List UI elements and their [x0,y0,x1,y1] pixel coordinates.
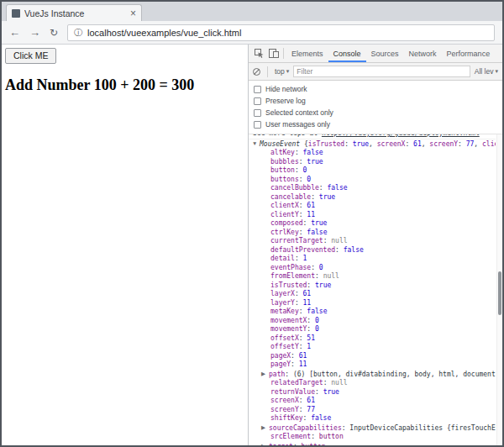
tab-favicon-icon [12,9,20,18]
address-bar[interactable]: ⓘ localhost/vueexamples/vue_click.html [67,24,495,41]
collapse-arrow-icon[interactable]: ▼ [252,139,260,149]
checkbox-icon[interactable] [254,109,261,117]
context-label: top [275,67,285,76]
devtools-tab-elements[interactable]: Elements [286,45,328,62]
result-text: Add Number 100 + 200 = 300 [5,76,244,94]
log-level-selector[interactable]: All lev ▾ [475,67,498,76]
console-log: See more tips at https://vuejs.org/guide… [249,134,502,445]
devtools-tab-console[interactable]: Console [328,45,366,62]
event-class-name: MouseEvent [260,140,300,148]
expand-arrow-icon[interactable]: ▶ [261,442,269,446]
console-property-relatedTarget: relatedTarget: null [249,379,496,388]
console-property-composed: composed: true [249,219,496,229]
console-property-buttons: buttons: 0 [249,176,496,185]
device-toolbar-icon[interactable] [266,49,281,59]
console-property-screenX: screenX: 61 [249,397,496,406]
back-icon[interactable]: ← [9,27,20,38]
console-scrollbar[interactable] [496,134,502,445]
devtools-tab-memory[interactable]: Memory [495,45,499,62]
console-option[interactable]: User messages only [249,118,502,130]
console-property-sourceCapabilities[interactable]: ▶sourceCapabilities: InputDeviceCapabili… [249,423,496,434]
console-property-offsetX: offsetX: 51 [249,334,496,344]
deployment-tips-link[interactable]: https://vuejs.org/guide/deployment.html [322,134,480,137]
window-content: Click ME Add Number 100 + 200 = 300 Elem… [2,45,502,445]
click-me-button[interactable]: Click ME [5,48,56,64]
console-property-path[interactable]: ▶path: (6) [button, div#databinding, bod… [249,370,496,380]
console-property-layerX: layerX: 61 [249,290,496,299]
browser-toolbar: ← → ↻ ⓘ localhost/vueexamples/vue_click.… [2,21,502,45]
console-property-target[interactable]: ▶target: button [249,442,496,446]
browser-window: VueJs Instance × ← → ↻ ⓘ localhost/vueex… [0,0,504,447]
clear-console-icon[interactable] [253,68,260,76]
console-toolbar: top ▾ All lev ▾ [249,63,502,81]
tab-close-icon[interactable]: × [130,8,136,18]
tab-strip: VueJs Instance × [2,2,502,21]
page-info-icon[interactable]: ⓘ [74,27,82,39]
console-property-cancelBubble: cancelBubble: false [249,184,496,193]
console-property-layerY: layerY: 11 [249,299,496,308]
devtools-tab-performance[interactable]: Performance [442,45,496,62]
page-content: Click ME Add Number 100 + 200 = 300 [2,45,249,445]
console-property-fromElement: fromElement: null [249,272,496,281]
devtools-tab-sources[interactable]: Sources [366,45,404,62]
forward-icon[interactable]: → [29,27,40,38]
expand-arrow-icon[interactable]: ▶ [261,423,269,433]
inspect-element-icon[interactable] [252,49,266,59]
execution-context-selector[interactable]: top ▾ [275,67,289,76]
console-property-shiftKey: shiftKey: false [249,414,496,423]
console-option[interactable]: Preserve log [249,95,502,107]
console-property-defaultPrevented: defaultPrevented: false [249,246,496,255]
url-text: localhost/vueexamples/vue_click.html [87,28,241,38]
console-option-label: Hide network [265,85,307,93]
log-level-label: All lev [475,67,494,76]
scrollbar-thumb[interactable] [498,271,501,315]
console-property-detail: detail: 1 [249,255,496,264]
chevron-down-icon: ▾ [286,68,290,75]
divider [267,66,268,77]
console-property-srcElement: srcElement: button [249,433,496,442]
console-property-movementY: movementY: 0 [249,325,496,334]
console-property-eventPhase: eventPhase: 0 [249,264,496,273]
console-property-currentTarget: currentTarget: null [249,237,496,246]
devtools-tab-network[interactable]: Network [404,45,442,62]
console-option-label: User messages only [265,120,330,129]
console-option-label: Preserve log [265,97,306,105]
tab-title: VueJs Instance [24,8,126,18]
console-property-pageX: pageX: 61 [249,352,496,361]
reload-icon[interactable]: ↻ [50,28,58,38]
console-event-header[interactable]: ▼MouseEvent {isTrusted: true, screenX: 6… [249,139,496,150]
console-event-preview: {isTrusted: true, screenX: 61, screenY: … [300,140,496,148]
devtools-panel: ElementsConsoleSourcesNetworkPerformance… [249,45,502,445]
console-property-returnValue: returnValue: true [249,388,496,397]
console-property-metaKey: metaKey: false [249,308,496,317]
checkbox-icon[interactable] [254,86,261,93]
console-filter-input[interactable] [293,66,470,77]
console-option[interactable]: Hide network [249,83,502,95]
checkbox-icon[interactable] [254,97,261,105]
console-property-list: altKey: falsebubbles: truebutton: 0butto… [249,149,496,445]
console-property-pageY: pageY: 11 [249,360,496,370]
chevron-down-icon: ▾ [495,68,498,75]
console-property-offsetY: offsetY: 1 [249,343,496,352]
console-property-clientX: clientX: 61 [249,202,496,211]
console-option-label: Selected context only [265,108,333,117]
console-property-ctrlKey: ctrlKey: false [249,229,496,238]
console-property-button: button: 0 [249,166,496,176]
console-options: Hide networkPreserve logSelected context… [249,81,502,134]
console-property-cancelable: cancelable: true [249,193,496,202]
console-option[interactable]: Selected context only [249,107,502,118]
console-property-bubbles: bubbles: true [249,158,496,167]
checkbox-icon[interactable] [254,121,261,129]
devtools-tab-bar: ElementsConsoleSourcesNetworkPerformance… [249,45,502,63]
browser-tab[interactable]: VueJs Instance × [6,4,142,21]
tip-text: See more tips at [253,134,322,137]
console-property-altKey: altKey: false [249,149,496,158]
divider [283,48,284,59]
expand-arrow-icon[interactable]: ▶ [261,370,269,379]
console-property-isTrusted: isTrusted: true [249,281,496,291]
console-property-clientY: clientY: 11 [249,211,496,220]
console-property-screenY: screenY: 77 [249,406,496,415]
devtools-tab-list: ElementsConsoleSourcesNetworkPerformance… [286,45,499,62]
console-property-movementX: movementX: 0 [249,317,496,326]
